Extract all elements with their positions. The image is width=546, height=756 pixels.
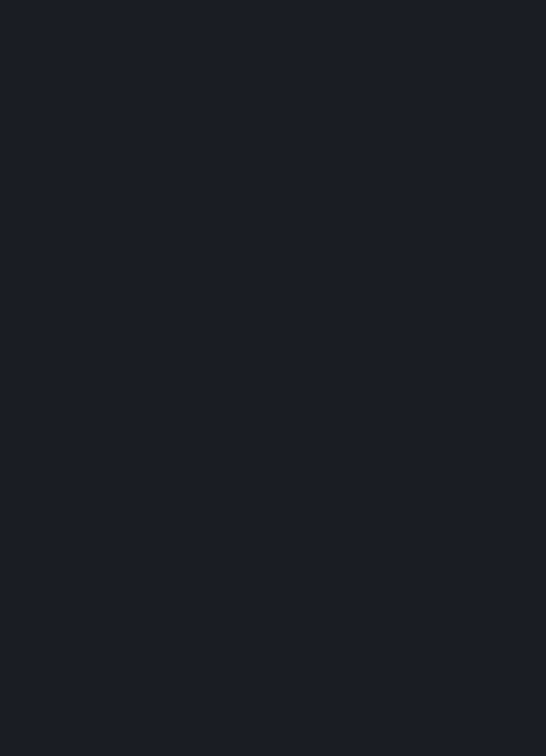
code-editor-viewport: { "lines": { "l1": "{% extends \"blog/ba… — [0, 0, 546, 71]
